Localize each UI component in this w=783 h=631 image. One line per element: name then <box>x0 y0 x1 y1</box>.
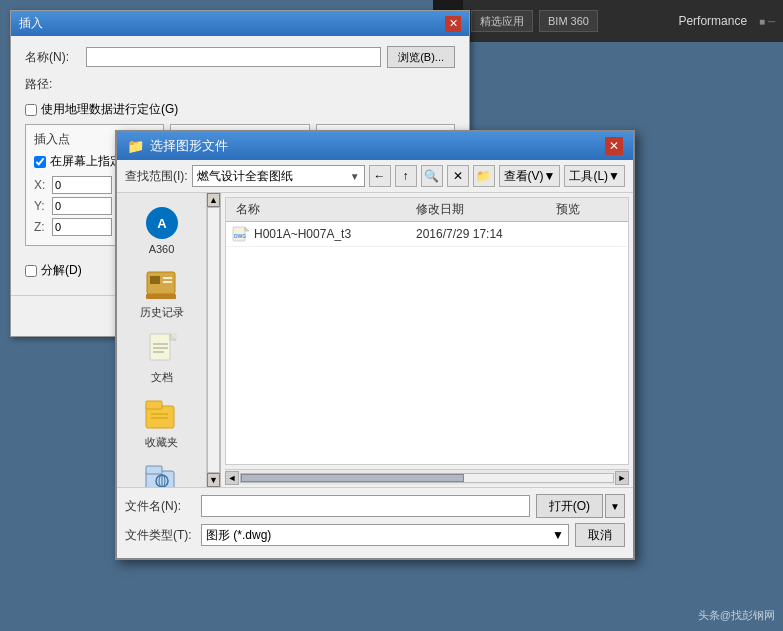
insert-close-button[interactable]: ✕ <box>445 16 461 32</box>
history-icon <box>142 267 182 303</box>
file-toolbar: 查找范围(I): 燃气设计全套图纸 ▼ ← ↑ 🔍 ✕ 📁 查看(V)▼ 工具(… <box>117 160 633 193</box>
file-dialog-title-text: 选择图形文件 <box>150 137 228 155</box>
filename-row: 文件名(N): 打开(O) ▼ <box>125 494 625 518</box>
nav-up-button[interactable]: ↑ <box>395 165 417 187</box>
tools-menu-label: 工具(L) <box>569 168 608 185</box>
file-dialog-close-button[interactable]: ✕ <box>605 137 623 155</box>
nav-newfolder-button[interactable]: 📁 <box>473 165 495 187</box>
sidebar-scrollbar[interactable]: ▲ ▼ <box>207 193 221 487</box>
docs-label: 文档 <box>151 370 173 385</box>
scroll-left-btn[interactable]: ◄ <box>225 471 239 485</box>
filename-label: 文件名(N): <box>125 498 195 515</box>
sidebar-item-history[interactable]: 历史记录 <box>124 263 200 324</box>
docs-icon <box>142 332 182 368</box>
svg-rect-14 <box>146 401 162 409</box>
sidebar-item-docs[interactable]: 文档 <box>124 328 200 389</box>
file-action-btns: 打开(O) ▼ <box>536 494 625 518</box>
filetype-row: 文件类型(T): 图形 (*.dwg) ▼ 取消 <box>125 523 625 547</box>
sidebar-item-ftp[interactable]: FTP <box>124 458 200 487</box>
filetype-value: 图形 (*.dwg) <box>206 527 271 544</box>
name-label: 名称(N): <box>25 49 80 66</box>
file-list-area: 名称 修改日期 预览 DWG H001A~H007A_t3 2016/7/29 <box>225 197 629 465</box>
svg-rect-3 <box>150 276 160 284</box>
view-menu-button[interactable]: 查看(V)▼ <box>499 165 561 187</box>
toolbar-selected-apps[interactable]: 精选应用 <box>471 10 533 32</box>
path-row: 路径: <box>25 76 455 93</box>
svg-rect-18 <box>146 466 162 474</box>
x-label: X: <box>34 178 48 192</box>
file-body: A A360 历史记录 <box>117 193 633 487</box>
view-menu-label: 查看(V) <box>504 168 544 185</box>
ftp-icon <box>142 462 182 487</box>
col-preview-header: 预览 <box>552 200 622 219</box>
geo-label: 使用地理数据进行定位(G) <box>41 101 178 118</box>
sidebar-item-favorites[interactable]: 收藏夹 <box>124 393 200 454</box>
geo-checkbox[interactable] <box>25 104 37 116</box>
horizontal-scrollbar[interactable]: ◄ ► <box>225 469 629 485</box>
filetype-label: 文件类型(T): <box>125 527 195 544</box>
autocad-toolbar: 精选应用 BIM 360 Performance ■ ─ <box>463 0 783 42</box>
y-input[interactable] <box>52 197 112 215</box>
a360-icon: A <box>142 205 182 241</box>
file-dialog-titlebar[interactable]: 📁 选择图形文件 ✕ <box>117 132 633 160</box>
scroll-thumb <box>241 474 464 482</box>
col-name-header: 名称 <box>232 200 412 219</box>
toolbar-icon-area: ■ ─ <box>759 16 775 27</box>
file-bottom: 文件名(N): 打开(O) ▼ 文件类型(T): 图形 (*.dwg) ▼ 取消 <box>117 487 633 558</box>
filetype-combo-arrow-icon: ▼ <box>552 528 564 542</box>
scroll-right-btn[interactable]: ► <box>615 471 629 485</box>
nav-back-button[interactable]: ← <box>369 165 391 187</box>
toolbar-performance: Performance <box>678 14 747 28</box>
scroll-up-btn[interactable]: ▲ <box>207 193 220 207</box>
toolbar-bim360[interactable]: BIM 360 <box>539 10 598 32</box>
a360-label: A360 <box>149 243 175 255</box>
svg-marker-27 <box>245 227 249 231</box>
browse-button[interactable]: 浏览(B)... <box>387 46 455 68</box>
location-combo[interactable]: 燃气设计全套图纸 ▼ <box>192 165 365 187</box>
insert-dialog-titlebar[interactable]: 插入 ✕ <box>11 11 469 36</box>
scrollbar-track <box>207 207 220 473</box>
svg-rect-7 <box>150 334 170 360</box>
sidebar-item-a360[interactable]: A A360 <box>124 201 200 259</box>
table-row[interactable]: DWG H001A~H007A_t3 2016/7/29 17:14 <box>226 222 628 247</box>
x-input[interactable] <box>52 176 112 194</box>
explode-label: 分解(D) <box>41 262 82 279</box>
file-sidebar: A A360 历史记录 <box>117 193 207 487</box>
location-label: 查找范围(I): <box>125 168 188 185</box>
insert-onscreen-checkbox[interactable] <box>34 156 46 168</box>
location-combo-arrow-icon: ▼ <box>350 171 360 182</box>
nav-delete-button[interactable]: ✕ <box>447 165 469 187</box>
svg-marker-8 <box>170 334 176 340</box>
svg-text:A: A <box>157 216 167 231</box>
svg-rect-6 <box>146 294 176 299</box>
name-input[interactable] <box>86 47 381 67</box>
history-label: 历史记录 <box>140 305 184 320</box>
filetype-combo[interactable]: 图形 (*.dwg) ▼ <box>201 524 569 546</box>
z-label: Z: <box>34 220 48 234</box>
filename-input[interactable] <box>201 495 530 517</box>
explode-checkbox[interactable] <box>25 265 37 277</box>
dwg-file-icon: DWG <box>232 225 250 243</box>
favorites-icon <box>142 397 182 433</box>
z-input[interactable] <box>52 218 112 236</box>
tools-menu-button[interactable]: 工具(L)▼ <box>564 165 625 187</box>
folder-title-icon: 📁 <box>127 138 144 154</box>
col-date-header: 修改日期 <box>412 200 552 219</box>
location-value: 燃气设计全套图纸 <box>197 168 293 185</box>
open-dropdown-button[interactable]: ▼ <box>605 494 625 518</box>
scroll-down-btn[interactable]: ▼ <box>207 473 220 487</box>
favorites-label: 收藏夹 <box>145 435 178 450</box>
nav-search-button[interactable]: 🔍 <box>421 165 443 187</box>
file-dialog: 📁 选择图形文件 ✕ 查找范围(I): 燃气设计全套图纸 ▼ ← ↑ 🔍 ✕ 📁… <box>115 130 635 560</box>
open-button[interactable]: 打开(O) <box>536 494 603 518</box>
file-cancel-button[interactable]: 取消 <box>575 523 625 547</box>
file-name: H001A~H007A_t3 <box>254 227 416 241</box>
file-main: 名称 修改日期 预览 DWG H001A~H007A_t3 2016/7/29 <box>221 193 633 487</box>
insert-dialog-title-text: 插入 <box>19 15 43 32</box>
name-row: 名称(N): 浏览(B)... <box>25 46 455 68</box>
scroll-track[interactable] <box>240 473 614 483</box>
y-label: Y: <box>34 199 48 213</box>
file-list-header: 名称 修改日期 预览 <box>226 198 628 222</box>
file-date: 2016/7/29 17:14 <box>416 227 556 241</box>
svg-text:DWG: DWG <box>234 233 246 239</box>
